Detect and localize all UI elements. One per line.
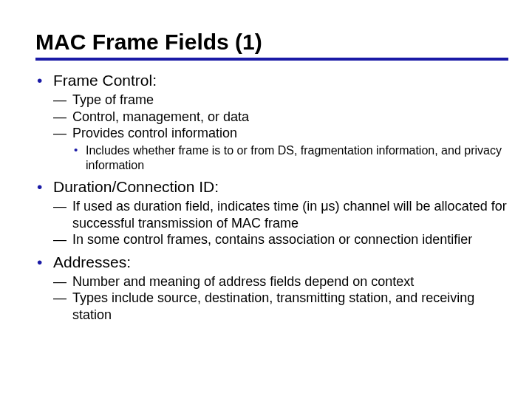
sub-item-text: Provides control information	[72, 126, 237, 140]
sub-list: If used as duration field, indicates tim…	[53, 198, 508, 248]
sub-sub-list: Includes whether frame is to or from DS,…	[72, 143, 508, 173]
bullet-label: Frame Control:	[53, 72, 157, 89]
slide: MAC Frame Fields (1) Frame Control: Type…	[0, 0, 532, 338]
bullet-duration-id: Duration/Connection ID: If used as durat…	[35, 177, 508, 248]
sub-item: Control, management, or data	[53, 109, 508, 126]
bullet-list: Frame Control: Type of frame Control, ma…	[35, 71, 508, 323]
bullet-label: Addresses:	[53, 253, 131, 270]
bullet-label: Duration/Connection ID:	[53, 178, 219, 195]
sub-list: Number and meaning of address fields dep…	[53, 273, 508, 324]
sub-list: Type of frame Control, management, or da…	[53, 92, 508, 173]
sub-item: Type of frame	[53, 92, 508, 109]
sub-item: If used as duration field, indicates tim…	[53, 198, 508, 231]
sub-item: Number and meaning of address fields dep…	[53, 273, 508, 290]
slide-title: MAC Frame Fields (1)	[35, 30, 508, 55]
sub-item: Provides control information Includes wh…	[53, 125, 508, 173]
sub-item: Types include source, destination, trans…	[53, 290, 508, 323]
sub-item: In some control frames, contains associa…	[53, 231, 508, 248]
title-underline	[35, 58, 508, 61]
bullet-addresses: Addresses: Number and meaning of address…	[35, 253, 508, 324]
sub-sub-item: Includes whether frame is to or from DS,…	[72, 143, 508, 173]
bullet-frame-control: Frame Control: Type of frame Control, ma…	[35, 71, 508, 173]
